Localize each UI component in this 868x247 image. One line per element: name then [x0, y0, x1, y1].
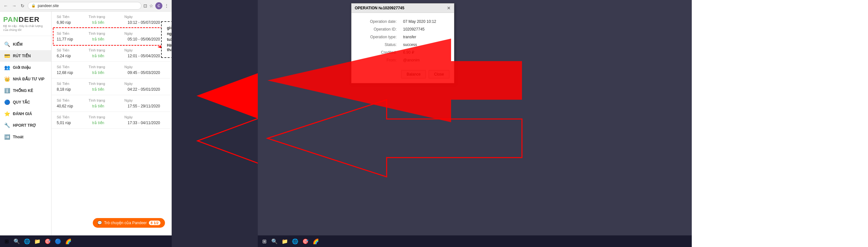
table-row: Số Tiền Tình trạng Ngày 12,68 rúp trả ti…	[52, 62, 172, 78]
date: 17:33 - 04/11/2020	[128, 120, 166, 125]
transactions-table: Số Tiền Tình trạng Ngày 6,90 rúp trả tiề…	[52, 11, 172, 129]
dialog-field-date: Operation date: 07 May 2020 10:12	[361, 19, 444, 24]
sidebar-item-nha-dau-tu[interactable]: 👑 NHÀ ĐẦU TƯ VIP	[0, 73, 51, 85]
amount: 8,18 rúp	[57, 87, 79, 92]
chat-icon: 💬	[97, 221, 102, 225]
right-panel: OPERATION №1020927745 ✕ Operation date: …	[258, 0, 692, 247]
col-header-status: Tình trạng	[89, 65, 105, 69]
col-header-status: Tình trạng	[89, 82, 105, 86]
address-bar[interactable]: 🔒 pandeer.site	[28, 2, 142, 10]
table-row: Số Tiền Tình trạng Ngày 6,24 rúp trả tiề…	[52, 45, 172, 62]
taskbar-app4[interactable]: 🔵	[54, 237, 63, 246]
lock-icon: 🔒	[31, 4, 36, 8]
sidebar-item-label-kiem: KIẾM	[13, 42, 23, 47]
windows-start-right[interactable]: ⊞	[260, 237, 269, 246]
col-header-date: Ngày	[124, 115, 133, 119]
sidebar-item-hport-tro[interactable]: 🔧 HPORT TRỢ	[0, 120, 51, 131]
col-header-amount: Số Tiền	[57, 98, 69, 103]
reload-button[interactable]: ↻	[19, 3, 26, 9]
taskbar-app1[interactable]: 🌐	[23, 237, 32, 246]
taskbar-app3[interactable]: 🎯	[43, 237, 52, 246]
field-value-type: transfer	[403, 35, 416, 39]
tooltip-popup: giờ: 0,237456 chưaMới ngày: 5.698944 chư…	[161, 21, 172, 58]
col-header-amount: Số Tiền	[57, 32, 69, 36]
search-taskbar-icon[interactable]: 🔍	[12, 237, 21, 246]
field-value-credited: 6.90 ₽	[403, 50, 414, 55]
sidebar-item-rut-tien[interactable]: 💳 RÚT TIỀN	[0, 50, 51, 62]
sidebar-item-label-gioi-thieu: Giới thiệu	[13, 65, 31, 70]
date: 10:12 - 05/07/2020	[128, 20, 166, 25]
field-label-status: Status:	[361, 42, 397, 47]
dialog-x-button[interactable]: ✕	[447, 5, 451, 11]
col-header-amount: Số Tiền	[57, 48, 69, 52]
users-icon: 👥	[4, 65, 10, 70]
info-icon: ℹ️	[4, 88, 10, 94]
status: trả tiền	[92, 120, 115, 125]
more-icon[interactable]: ⋮	[164, 3, 169, 8]
dialog-title: OPERATION №1020927745	[355, 6, 404, 10]
operation-dialog: OPERATION №1020927745 ✕ Operation date: …	[351, 3, 454, 83]
search-icon: 🔍	[4, 41, 10, 47]
taskbar-app2[interactable]: 📁	[33, 237, 42, 246]
sidebar-item-quy-tac[interactable]: 🔵 QUY TẮC	[0, 97, 51, 108]
sidebar-item-thong-ke[interactable]: ℹ️ THỐNG KÊ	[0, 85, 51, 97]
sidebar-item-label-rut-tien: RÚT TIỀN	[13, 54, 31, 58]
field-value-date: 07 May 2020 10:12	[403, 19, 436, 24]
main-content: giờ: 0,237456 chưaMới ngày: 5.698944 chư…	[52, 11, 172, 247]
tooltip-gio-label: giờ:	[167, 26, 172, 30]
status: trả tiền	[92, 104, 115, 108]
dialog-titlebar: OPERATION №1020927745 ✕	[351, 4, 454, 13]
amount: 12,68 rúp	[57, 70, 79, 75]
dialog-field-credited: Credited: 6.90 ₽	[361, 50, 444, 55]
avatar[interactable]: C	[155, 2, 162, 9]
right-panel-arrows	[258, 0, 692, 236]
field-value-id: 1020927745	[403, 27, 425, 32]
col-header-date: Ngày	[124, 65, 133, 69]
sidebar-item-label-nha-dau-tu: NHÀ ĐẦU TƯ VIP	[13, 77, 44, 81]
bookmark-icon[interactable]: ☆	[149, 3, 153, 8]
status: trả tiền	[92, 87, 115, 92]
taskbar-app-right[interactable]: 🎯	[301, 237, 310, 246]
date: 04:22 - 05/01/2020	[128, 87, 166, 92]
field-value-from: @anonim	[403, 58, 420, 62]
status: trả tiền	[92, 37, 115, 41]
chat-badge: 8 1/2	[149, 221, 160, 225]
sidebar-item-label-thoat: Thoát	[13, 135, 24, 139]
windows-icon[interactable]: ⊞	[2, 237, 11, 246]
card-icon: 💳	[4, 53, 10, 59]
sidebar-item-label-danh-gia: ĐÁNH GIÁ	[13, 112, 32, 116]
close-button[interactable]: Close	[429, 70, 450, 78]
table-row: Số Tiền Tình trạng Ngày 8,18 rúp trả tiề…	[52, 78, 172, 95]
svg-marker-6	[268, 100, 522, 177]
back-button[interactable]: ←	[3, 3, 9, 9]
cast-icon[interactable]: ⊡	[144, 3, 147, 8]
dialog-field-id: Operation ID: 1020927745	[361, 27, 444, 32]
amount: 11,77 rúp	[57, 37, 79, 41]
tooltip-ngay-label: ngày:	[167, 32, 172, 36]
sidebar-item-kiem[interactable]: 🔍 KIẾM	[0, 39, 51, 50]
field-value-status: success	[403, 42, 417, 47]
browser-icons: ⊡ ☆ C ⋮	[144, 2, 169, 9]
taskbar-file-right[interactable]: 📁	[280, 237, 289, 246]
taskbar-app5[interactable]: 🌈	[64, 237, 73, 246]
sidebar-item-gioi-thieu[interactable]: 👥 Giới thiệu	[0, 62, 51, 73]
dialog-field-type: Operation type: transfer	[361, 35, 444, 39]
sidebar-item-thoat[interactable]: ➡️ Thoát	[0, 131, 51, 143]
circle-icon: 🔵	[4, 99, 10, 105]
crown-icon: 👑	[4, 76, 10, 82]
status: trả tiền	[92, 70, 115, 75]
dialog-field-status: Status: success	[361, 42, 444, 47]
date: 09:45 - 05/03/2020	[128, 70, 166, 75]
sidebar-item-danh-gia[interactable]: ⭐ ĐÁNH GIÁ	[0, 108, 51, 120]
forward-button[interactable]: →	[11, 3, 18, 9]
taskbar-search-right[interactable]: 🔍	[270, 237, 279, 246]
chat-button[interactable]: 💬 Trò chuyện của Pandeer 8 1/2	[93, 218, 165, 228]
taskbar-chrome-right[interactable]: 🌐	[290, 237, 300, 246]
sidebar-item-label-quy-tac: QUY TẮC	[13, 100, 30, 105]
tooltip-hang-thang-label: Hàng tháng:	[167, 43, 172, 52]
field-label-date: Operation date:	[361, 19, 397, 24]
taskbar-color-right[interactable]: 🌈	[311, 237, 320, 246]
col-header-amount: Số Tiền	[57, 82, 69, 86]
amount: 6,90 rúp	[57, 20, 79, 25]
balance-button[interactable]: Balance	[401, 70, 426, 78]
